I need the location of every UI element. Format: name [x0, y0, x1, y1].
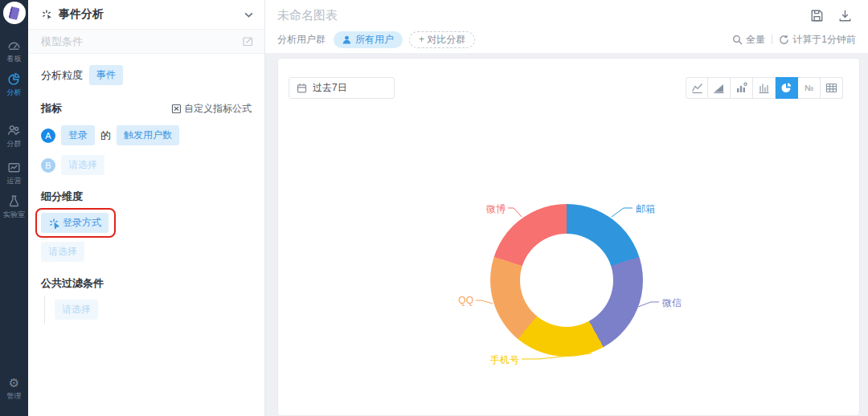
dimension-value-label: 登录方式: [63, 216, 101, 230]
scope-label: 全量: [746, 33, 765, 47]
model-condition-placeholder: 模型条件: [41, 35, 243, 49]
pie-analysis-icon: [7, 72, 21, 86]
calendar-icon: [297, 83, 307, 93]
metric-measure-tag[interactable]: 触发用户数: [117, 125, 179, 145]
metrics-header-row: 指标 自定义指标公式: [41, 101, 252, 116]
sidebar-item-label: 分群: [7, 140, 22, 148]
logo-cube-icon: [8, 6, 19, 19]
edit-icon[interactable]: [243, 36, 253, 47]
filter-header-row: 公共过滤条件: [41, 276, 252, 291]
pie-label-phone[interactable]: 手机号: [490, 353, 519, 367]
chart-titlebar: 未命名图表: [265, 0, 868, 31]
sidebar-item-analysis[interactable]: 分析: [0, 72, 28, 96]
ops-envelope-chart-icon: [7, 161, 21, 174]
formula-icon: [171, 104, 182, 114]
analysis-panel: 事件分析 模型条件 分析粒度 事件 指标 自定义指: [28, 0, 265, 416]
metric-placeholder-tag[interactable]: 请选择: [61, 155, 104, 175]
custom-formula-label: 自定义指标公式: [184, 102, 252, 116]
sidebar-item-label: 看板: [7, 55, 22, 63]
scope-button[interactable]: 全量: [732, 33, 765, 47]
metric-row-a: A 登录 的 触发用户数: [41, 125, 252, 145]
dimension-header-row: 细分维度: [41, 190, 252, 204]
metric-badge-b: B: [41, 158, 55, 173]
search-icon: [732, 35, 743, 45]
chart-type-number-button[interactable]: №: [798, 77, 821, 99]
sidebar-item-label: 运营: [7, 177, 22, 185]
chart-card: 过去7日: [277, 58, 860, 416]
custom-formula-link[interactable]: 自定义指标公式: [171, 102, 252, 116]
granularity-label: 分析粒度: [41, 68, 83, 83]
dimension-placeholder-tag[interactable]: 请选择: [41, 242, 84, 262]
metric-badge-a: A: [41, 128, 55, 143]
sidebar-item-label: 实验室: [3, 210, 25, 218]
chart-type-toolbar: №: [686, 77, 843, 99]
sidebar-item-label: 分析: [7, 88, 22, 96]
divider: [772, 35, 772, 44]
chart-type-pie-button[interactable]: [776, 77, 798, 99]
metric-row-b: B 请选择: [41, 155, 252, 175]
user-icon: [342, 35, 351, 44]
sidebar: 看板 分析 分群 运营: [0, 0, 28, 416]
line-chart-icon: [691, 82, 703, 94]
recompute-button[interactable]: 计算于1分钟前: [779, 33, 856, 47]
panel-title: 事件分析: [59, 7, 244, 22]
chevron-down-icon[interactable]: [244, 12, 253, 18]
cumulative-chart-icon: [713, 82, 725, 94]
chart-title[interactable]: 未命名图表: [277, 8, 810, 23]
donut-chart[interactable]: [490, 204, 643, 357]
cohort-label: 分析用户群: [277, 33, 326, 47]
all-users-pill[interactable]: 所有用户: [334, 31, 403, 48]
metric-event-tag[interactable]: 登录: [61, 125, 95, 145]
panel-header: 事件分析: [28, 0, 264, 30]
model-condition-row[interactable]: 模型条件: [28, 30, 264, 54]
sidebar-item-label: 管理: [7, 392, 22, 400]
metrics-heading: 指标: [41, 101, 62, 116]
dimension-tag-wrap: 登录方式: [41, 213, 108, 233]
lab-flask-icon: [7, 194, 21, 208]
chart-type-line-button[interactable]: [686, 77, 708, 99]
pie-label-wechat[interactable]: 微信: [662, 296, 682, 310]
chart-type-table-button[interactable]: [821, 77, 843, 99]
chart-type-bar-button[interactable]: [753, 77, 776, 99]
compare-cohort-button[interactable]: + 对比分群: [409, 31, 475, 48]
sidebar-item-operations[interactable]: 运营: [0, 161, 28, 185]
pie-label-qq[interactable]: QQ: [458, 295, 473, 306]
refresh-icon: [779, 35, 789, 45]
pie-label-weibo[interactable]: 微博: [486, 202, 506, 216]
dimension-heading: 细分维度: [41, 190, 83, 204]
sidebar-item-lab[interactable]: 实验室: [0, 194, 28, 218]
workspace: 过去7日: [265, 53, 868, 416]
date-range-label: 过去7日: [313, 81, 347, 95]
granularity-value-tag[interactable]: 事件: [89, 65, 123, 85]
chart-type-cumulative-button[interactable]: [708, 77, 731, 99]
dimension-spark-icon: [48, 218, 59, 229]
pie-chart-icon: [780, 82, 792, 94]
number-chart-icon: №: [805, 84, 813, 92]
sidebar-item-admin[interactable]: ⚙ 管理: [0, 377, 28, 400]
compute-status-group: 全量 计算于1分钟前: [732, 33, 856, 47]
sidebar-item-dashboard[interactable]: 看板: [0, 39, 28, 63]
pie-label-email[interactable]: 邮箱: [636, 202, 655, 216]
cohort-bar: 分析用户群 所有用户 + 对比分群 全量: [265, 31, 868, 53]
app-logo[interactable]: [3, 2, 26, 24]
dashboard-gauge-icon: [7, 39, 21, 52]
dimension-value-tag[interactable]: 登录方式: [41, 213, 108, 233]
sidebar-item-segments[interactable]: 分群: [0, 124, 28, 148]
date-range-picker[interactable]: 过去7日: [289, 77, 395, 99]
table-icon: [825, 82, 837, 94]
filter-indent-guide: 请选择: [44, 296, 252, 324]
event-analysis-icon: [41, 9, 52, 20]
chart-type-distribution-button[interactable]: [731, 77, 753, 99]
granularity-row: 分析粒度 事件: [41, 65, 252, 85]
panel-body: 分析粒度 事件 指标 自定义指标公式 A 登录 的 触发用户数 B: [28, 65, 264, 324]
filter-placeholder-tag[interactable]: 请选择: [55, 300, 98, 320]
download-icon[interactable]: [838, 9, 852, 22]
bar-chart-icon: [758, 82, 770, 94]
app: 看板 分析 分群 运营: [0, 0, 868, 416]
gear-icon: ⚙: [9, 377, 19, 389]
save-icon[interactable]: [810, 9, 824, 22]
user-group-icon: [7, 124, 21, 137]
filter-heading: 公共过滤条件: [41, 276, 104, 291]
distribution-chart-icon: [735, 82, 747, 94]
metric-connector: 的: [100, 128, 111, 143]
